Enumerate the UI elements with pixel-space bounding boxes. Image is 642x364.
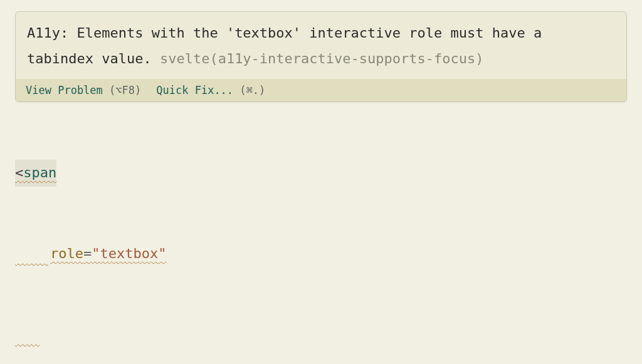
diagnostic-tooltip: A11y: Elements with the 'textbox' intera… (15, 11, 627, 102)
code-line: ____role="textbox" (15, 241, 627, 268)
quick-fix-label: Quick Fix... (156, 84, 233, 96)
diagnostic-message: A11y: Elements with the 'textbox' intera… (16, 12, 626, 79)
quick-fix-kbd: (⌘.) (239, 84, 265, 96)
quick-fix-action[interactable]: Quick Fix... (⌘.) (156, 84, 265, 96)
diagnostic-actions: View Problem (⌥F8) Quick Fix... (⌘.) (16, 79, 626, 101)
view-problem-kbd: (⌥F8) (109, 84, 141, 96)
editor-hover-region: A11y: Elements with the 'textbox' intera… (0, 0, 642, 364)
code-line: <span (15, 160, 627, 187)
view-problem-action[interactable]: View Problem (⌥F8) (26, 84, 141, 96)
diagnostic-message-source: svelte(a11y-interactive-supports-focus) (160, 51, 484, 66)
view-problem-label: View Problem (26, 84, 103, 96)
code-editor-snippet[interactable]: <span ____role="textbox" ___ ____content… (15, 106, 627, 364)
code-line: ___ (15, 321, 627, 348)
